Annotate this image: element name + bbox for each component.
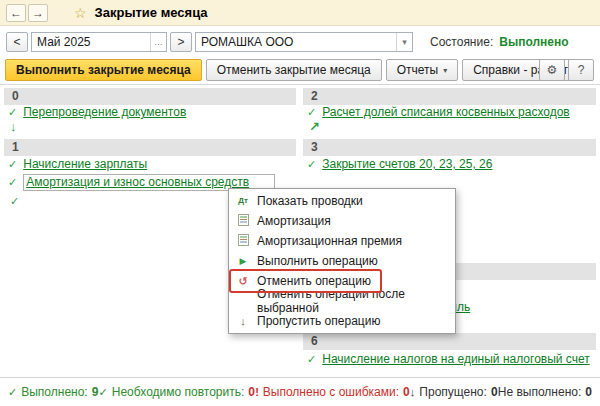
stage-header-0: 0 bbox=[4, 88, 296, 105]
stage-header-6: 6 bbox=[303, 333, 596, 350]
status-done: ✓ Выполнено: 9 bbox=[8, 385, 98, 399]
reports-button[interactable]: Отчеты ▾ bbox=[386, 59, 459, 81]
run-operation-icon: ▶ bbox=[236, 257, 250, 266]
report-icon bbox=[236, 214, 250, 228]
page-title: Закрытие месяца bbox=[95, 5, 208, 20]
status-skipped: ↓ Пропущено: 0 bbox=[410, 385, 498, 399]
previous-period-button[interactable]: < bbox=[6, 32, 28, 52]
period-value: Май 2025 bbox=[32, 35, 150, 49]
back-button[interactable]: ← bbox=[6, 4, 26, 22]
forward-button[interactable]: → bbox=[28, 4, 48, 22]
period-field[interactable]: Май 2025 … bbox=[31, 32, 167, 52]
menu-item-label: Показать проводки bbox=[257, 194, 363, 208]
postings-icon: Дт bbox=[236, 197, 250, 205]
next-period-button[interactable]: > bbox=[170, 32, 192, 52]
titlebar: ← → ☆ Закрытие месяца bbox=[0, 0, 600, 26]
done-check-icon: ✓ bbox=[8, 387, 17, 398]
menu-item-run-operation[interactable]: ▶ Выполнить операцию bbox=[229, 251, 455, 271]
skipped-label: Пропущено: bbox=[419, 385, 487, 399]
menu-item-label: Пропустить операцию bbox=[257, 314, 380, 328]
errors-label: Выполнено с ошибками: bbox=[263, 385, 399, 399]
period-bar: < Май 2025 … > РОМАШКА ООО ▾ Состояние: … bbox=[0, 27, 600, 56]
period-choose-icon[interactable]: … bbox=[150, 33, 166, 51]
organization-value: РОМАШКА ООО bbox=[196, 35, 396, 49]
not-done-label: Не выполнено: bbox=[498, 385, 582, 399]
flow-arrow-diagonal-icon: ↗ bbox=[309, 120, 320, 133]
month-closing-window: ← → ☆ Закрытие месяца < Май 2025 … > РОМ… bbox=[0, 0, 600, 406]
operation-row: ✓ Перепроведение документов bbox=[8, 104, 186, 120]
operation-link-close-accounts-20[interactable]: Закрытие счетов 20, 23, 25, 26 bbox=[322, 157, 492, 171]
menu-item-label: Выполнить операцию bbox=[257, 254, 378, 268]
operation-row: ✓ Начисление зарплаты bbox=[8, 156, 147, 172]
check-icon: ✓ bbox=[307, 354, 316, 365]
check-icon: ✓ bbox=[307, 159, 316, 170]
toolbar-right-group: ⚙ ? bbox=[539, 59, 594, 81]
status-not-done: Не выполнено: 0 bbox=[498, 385, 592, 399]
operation-link-reposting-documents[interactable]: Перепроведение документов bbox=[23, 105, 186, 119]
check-icon: ✓ bbox=[307, 107, 316, 118]
toolbar: Выполнить закрытие месяца Отменить закры… bbox=[0, 56, 600, 85]
cancel-operation-icon: ↺ bbox=[236, 276, 250, 287]
menu-item-label: Амортизационная премия bbox=[257, 234, 402, 248]
operation-row: ✓ Расчет долей списания косвенных расход… bbox=[307, 104, 570, 120]
cancel-month-closing-button[interactable]: Отменить закрытие месяца bbox=[206, 59, 382, 81]
status-bar: ✓ Выполнено: 9 ✓ Необходимо повторить: 0… bbox=[0, 377, 600, 406]
error-exclamation-icon: ! bbox=[255, 387, 259, 398]
done-label: Выполнено: bbox=[21, 385, 87, 399]
menu-item-label: Отменить операции после выбранной bbox=[257, 287, 445, 315]
status-repeat: ✓ Необходимо повторить: 0 bbox=[99, 385, 255, 399]
operation-link-label: Амортизация и износ основных средств bbox=[26, 175, 249, 189]
menu-item-label: Амортизация bbox=[257, 214, 331, 228]
help-button[interactable]: ? bbox=[568, 59, 594, 81]
run-month-closing-button[interactable]: Выполнить закрытие месяца bbox=[5, 59, 202, 81]
state-label: Состояние: bbox=[430, 35, 493, 49]
menu-item-amortization-bonus-report[interactable]: Амортизационная премия bbox=[229, 231, 455, 251]
check-icon: ✓ bbox=[8, 177, 17, 188]
check-icon: ✓ bbox=[8, 159, 17, 170]
menu-item-amortization-report[interactable]: Амортизация bbox=[229, 211, 455, 231]
errors-value: 0 bbox=[403, 385, 410, 399]
skipped-value: 0 bbox=[491, 385, 498, 399]
status-errors: ! Выполнено с ошибками: 0 bbox=[255, 385, 410, 399]
not-done-value: 0 bbox=[585, 385, 592, 399]
operation-link-unified-tax[interactable]: Начисление налогов на единый налоговый с… bbox=[322, 352, 590, 366]
check-icon: ✓ bbox=[10, 196, 19, 207]
operation-link-indirect-costs[interactable]: Расчет долей списания косвенных расходов bbox=[322, 105, 570, 119]
stage-header-3: 3 bbox=[303, 139, 596, 156]
flow-arrow-down-icon: ↓ bbox=[10, 120, 17, 133]
repeat-value: 0 bbox=[248, 385, 255, 399]
favorite-star-icon[interactable]: ☆ bbox=[74, 5, 87, 21]
operation-context-menu: Дт Показать проводки Амортизация Амортиз… bbox=[228, 188, 456, 334]
skip-operation-icon: ↓ bbox=[236, 316, 250, 327]
reports-button-label: Отчеты bbox=[397, 63, 438, 77]
stage-header-2: 2 bbox=[303, 88, 596, 105]
operation-row: ✓ Закрытие счетов 20, 23, 25, 26 bbox=[307, 156, 492, 172]
check-icon: ✓ bbox=[8, 107, 17, 118]
state-value: Выполнено bbox=[499, 35, 568, 49]
operation-link-payroll[interactable]: Начисление зарплаты bbox=[23, 157, 147, 171]
organization-dropdown-icon[interactable]: ▾ bbox=[396, 33, 412, 51]
repeat-label: Необходимо повторить: bbox=[112, 385, 245, 399]
report-icon bbox=[236, 234, 250, 248]
menu-item-cancel-operations-after-selected[interactable]: Отменить операции после выбранной bbox=[229, 291, 455, 311]
menu-item-label: Отменить операцию bbox=[257, 274, 371, 288]
chevron-down-icon: ▾ bbox=[443, 66, 447, 75]
organization-field[interactable]: РОМАШКА ООО ▾ bbox=[195, 32, 413, 52]
skipped-arrow-icon: ↓ bbox=[410, 387, 416, 398]
operation-row: ✓ Начисление налогов на единый налоговый… bbox=[307, 351, 590, 367]
stage-header-1: 1 bbox=[4, 139, 296, 156]
repeat-check-icon: ✓ bbox=[99, 387, 108, 398]
menu-item-show-postings[interactable]: Дт Показать проводки bbox=[229, 191, 455, 211]
done-value: 9 bbox=[92, 385, 99, 399]
settings-gear-button[interactable]: ⚙ bbox=[539, 59, 565, 81]
